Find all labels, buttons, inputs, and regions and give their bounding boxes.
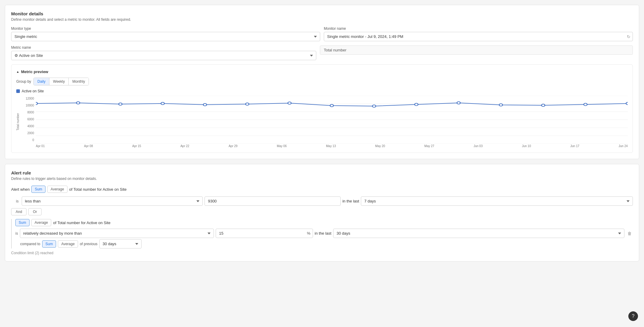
metric-preview-header[interactable]: ▲ Metric preview: [16, 69, 628, 74]
x-label-may20: May 20: [375, 144, 385, 148]
svg-point-12: [245, 103, 249, 105]
x-label-apr29: Apr 29: [229, 144, 237, 148]
group-by-btn-group: Daily Weekly Monthly: [33, 78, 89, 85]
monitor-type-select[interactable]: Single metric: [11, 32, 320, 41]
cond1-period-select[interactable]: 1 day 3 days 7 days 14 days 30 days: [361, 196, 633, 206]
monitor-details-subtitle: Define monitor details and select a metr…: [11, 17, 633, 22]
x-label-jun17: Jun 17: [570, 144, 579, 148]
cond2-period-wrapper: 7 days 14 days 30 days 60 days 90 days: [333, 229, 624, 238]
cond2-condition-select-wrapper: less than greater than relatively decrea…: [20, 229, 214, 238]
metric-name-row: Metric name ⚙ Active on Site Total numbe…: [11, 45, 633, 60]
x-label-jun24: Jun 24: [619, 144, 628, 148]
svg-point-10: [161, 102, 164, 105]
compared-sum-btn[interactable]: Sum: [42, 240, 56, 248]
and-button[interactable]: And: [11, 208, 27, 215]
compared-to-row: compared to Sum Average of previous 7 da…: [20, 239, 633, 248]
cond2-period-select-wrapper: 7 days 14 days 30 days 60 days 90 days: [333, 229, 624, 238]
svg-point-20: [584, 103, 587, 106]
alert-rule-card: Alert rule Define rules to trigger alert…: [5, 164, 639, 261]
of-previous-label: of previous: [80, 242, 98, 246]
previous-period-select[interactable]: 7 days 14 days 30 days 60 days 90 days: [99, 239, 142, 248]
x-label-apr22: Apr 22: [180, 144, 189, 148]
condition2-block: Sum Average of Total number for Active o…: [11, 219, 633, 248]
monitor-name-label: Monitor name: [324, 26, 633, 31]
x-label-jun10: Jun 10: [522, 144, 531, 148]
legend-dot: [16, 89, 20, 93]
chart-legend: Active on Site: [16, 89, 628, 93]
x-label-may06: May 06: [277, 144, 287, 148]
svg-point-9: [119, 103, 122, 105]
condition2-row: is less than greater than relatively dec…: [15, 229, 633, 238]
alert-when-label: Alert when: [11, 187, 30, 192]
y-label-8000: 8000: [27, 111, 34, 114]
cond2-period-select[interactable]: 7 days 14 days 30 days 60 days 90 days: [333, 229, 624, 238]
compared-to-label: compared to: [20, 242, 40, 246]
monitor-details-card: Monitor details Define monitor details a…: [5, 5, 639, 159]
chart-wrapper: Total number 12000 10000 8000 6000 4000 …: [16, 96, 628, 148]
group-by-label: Group by: [16, 79, 31, 84]
alert-of-label: of Total number for Active on Site: [69, 187, 127, 192]
previous-period-select-wrapper: 7 days 14 days 30 days 60 days 90 days: [99, 239, 142, 248]
svg-point-18: [499, 104, 502, 106]
group-by-row: Group by Daily Weekly Monthly: [16, 78, 628, 85]
alert-average-btn[interactable]: Average: [47, 186, 67, 193]
monitor-type-label: Monitor type: [11, 26, 320, 31]
metric-name-group: Metric name ⚙ Active on Site: [11, 45, 316, 60]
condition1-row: is less than greater than equal to in th…: [16, 196, 633, 206]
y-label-10000: 10000: [26, 104, 34, 107]
y-label-2000: 2000: [27, 131, 34, 135]
cond1-condition-wrapper: less than greater than equal to: [22, 196, 203, 206]
cond1-threshold-input[interactable]: [205, 196, 340, 206]
cond2-sum-btn[interactable]: Sum: [15, 219, 30, 226]
cond1-in-last-label: in the last: [342, 199, 359, 203]
cond1-period-wrapper: 1 day 3 days 7 days 14 days 30 days: [361, 196, 633, 206]
group-by-monthly-btn[interactable]: Monthly: [69, 78, 89, 85]
alert-rule-title: Alert rule: [11, 170, 633, 175]
line-chart-svg: [36, 96, 628, 144]
cond2-threshold-input[interactable]: [216, 229, 313, 238]
cond1-period-select-wrapper: 1 day 3 days 7 days 14 days 30 days: [361, 196, 633, 206]
x-label-jun03: Jun 03: [474, 144, 483, 148]
logic-row: And Or: [11, 208, 633, 215]
page: Monitor details Define monitor details a…: [0, 0, 644, 271]
monitor-name-wrapper: ↻: [324, 32, 633, 41]
delete-condition-btn[interactable]: 🗑: [626, 230, 633, 237]
monitor-details-title: Monitor details: [11, 11, 633, 16]
svg-point-15: [372, 105, 376, 107]
metric-name-select[interactable]: ⚙ Active on Site: [11, 51, 316, 60]
svg-point-21: [626, 102, 628, 105]
svg-point-13: [288, 102, 291, 104]
y-axis-title: Total number: [16, 113, 20, 131]
x-label-may27: May 27: [424, 144, 434, 148]
monitor-name-input[interactable]: [324, 32, 633, 41]
monitor-type-name-row: Monitor type Single metric Monitor name …: [11, 26, 633, 41]
compared-average-btn[interactable]: Average: [58, 240, 78, 248]
y-axis-labels: 12000 10000 8000 6000 4000 2000 0: [22, 96, 36, 148]
or-button[interactable]: Or: [28, 208, 41, 215]
condition-limit: Condition limit (2) reached: [11, 251, 633, 255]
cond2-of-label: of Total number for Active on Site: [53, 221, 111, 225]
cond2-threshold-wrapper: %: [216, 229, 313, 238]
previous-period-wrapper: 7 days 14 days 30 days 60 days 90 days: [99, 239, 142, 248]
percent-sign: %: [307, 231, 311, 236]
cond2-condition-select[interactable]: less than greater than relatively decrea…: [20, 229, 214, 238]
cond2-connector: is: [15, 231, 18, 236]
chart-svg-area: Apr 01 Apr 08 Apr 15 Apr 22 Apr 29 May 0…: [36, 96, 628, 148]
alert-when-row: Alert when Sum Average of Total number f…: [11, 186, 633, 193]
cond1-condition-select[interactable]: less than greater than equal to: [22, 196, 203, 206]
group-by-daily-btn[interactable]: Daily: [34, 78, 49, 85]
cond1-condition-select-wrapper: less than greater than equal to: [22, 196, 203, 206]
y-label-6000: 6000: [27, 118, 34, 121]
svg-point-17: [457, 102, 460, 104]
cond1-connector: is: [16, 199, 19, 203]
svg-point-7: [36, 102, 38, 105]
y-label-0: 0: [32, 138, 34, 142]
alert-sum-btn[interactable]: Sum: [31, 186, 45, 193]
cond2-average-btn[interactable]: Average: [31, 219, 51, 226]
y-axis-title-wrapper: Total number: [16, 96, 22, 148]
cond1-threshold-wrapper: [205, 196, 340, 206]
metric-name-select-wrapper: ⚙ Active on Site: [11, 51, 316, 60]
group-by-weekly-btn[interactable]: Weekly: [49, 78, 69, 85]
alert-rule-subtitle: Define rules to trigger alerts based on …: [11, 177, 633, 181]
svg-point-19: [542, 104, 545, 106]
